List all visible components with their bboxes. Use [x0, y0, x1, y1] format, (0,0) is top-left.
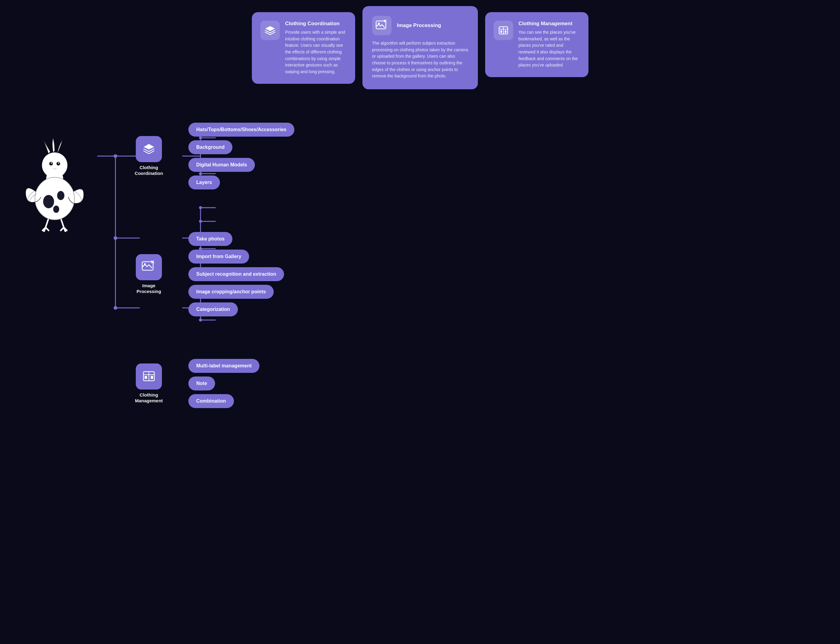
clothing-coordination-pills: Hats/Tops/Bottoms/Shoes/Accessories Back…	[188, 123, 294, 189]
pill-take-photos: Take photos	[188, 232, 232, 246]
card-image-processing-title: Image Processing	[397, 23, 441, 28]
pill-row-subject-recognition: Subject recognition and extraction	[188, 267, 284, 281]
closet-icon	[494, 21, 513, 40]
pill-row-import-gallery: Import from Gallery	[188, 250, 284, 264]
card-image-processing-top: Image Processing	[372, 16, 441, 35]
card-clothing-management-title: Clothing Management	[519, 21, 580, 27]
svg-point-6	[43, 195, 54, 208]
svg-rect-57	[145, 376, 147, 379]
pill-hats: Hats/Tops/Bottoms/Shoes/Accessories	[188, 123, 294, 136]
svg-rect-58	[151, 376, 153, 379]
pill-row-take-photos: Take photos	[188, 232, 284, 246]
image-processing-pills: Take photos Import from Gallery Subject …	[188, 232, 284, 316]
card-clothing-management: Clothing Management You can see the plac…	[485, 12, 588, 77]
image-processing-node-label: Image Processing	[137, 283, 161, 294]
svg-point-55	[144, 263, 146, 265]
pill-note: Note	[188, 376, 215, 391]
card-image-processing-desc: The algorithm will perform subject extra…	[372, 40, 468, 80]
svg-point-10	[42, 153, 68, 178]
svg-point-1	[378, 23, 380, 24]
svg-point-11	[49, 162, 53, 166]
svg-point-13	[51, 163, 52, 164]
svg-rect-3	[500, 30, 502, 33]
pill-row-layers: Layers	[188, 176, 294, 189]
card-clothing-coordination-title: Clothing Coordination	[285, 21, 347, 27]
pill-categorization: Categorization	[188, 302, 238, 316]
pill-row-digital-human: Digital Human Models	[188, 158, 294, 172]
pill-digital-human: Digital Human Models	[188, 158, 255, 172]
card-clothing-management-text: Clothing Management You can see the plac…	[519, 21, 580, 69]
mascot-figure	[15, 132, 94, 235]
pill-multi-label: Multi-label management	[188, 359, 259, 373]
layers-diagram-icon	[141, 141, 156, 157]
diagram-section: Clothing Coordination Hats/Tops/Bottoms/…	[0, 107, 840, 429]
clothing-management-node-label: Clothing Management	[135, 392, 163, 404]
clothing-management-icon-box	[136, 363, 162, 389]
card-clothing-coordination-desc: Provide users with a simple and intuitiv…	[285, 29, 347, 75]
rows-wrapper: Clothing Coordination Hats/Tops/Bottoms/…	[103, 113, 840, 417]
svg-point-14	[58, 163, 59, 164]
pill-subject-recognition: Subject recognition and extraction	[188, 267, 284, 281]
row-clothing-management: Clothing Management Multi-label manageme…	[103, 350, 840, 417]
pill-combination: Combination	[188, 394, 234, 408]
svg-rect-4	[505, 30, 506, 33]
pill-row-multi-label: Multi-label management	[188, 359, 259, 373]
card-clothing-management-desc: You can see the places you've bookmarked…	[519, 29, 580, 69]
clothing-coordination-node-label: Clothing Coordination	[135, 164, 163, 176]
svg-point-8	[53, 205, 59, 213]
pill-row-image-cropping: Image cropping/anchor points	[188, 285, 284, 299]
row-clothing-coordination: Clothing Coordination Hats/Tops/Bottoms/…	[103, 113, 840, 199]
tree-area: Clothing Coordination Hats/Tops/Bottoms/…	[97, 113, 840, 417]
top-cards-section: Clothing Coordination Provide users with…	[0, 0, 840, 107]
pill-row-background: Background	[188, 140, 294, 154]
clothing-management-node: Clothing Management	[128, 363, 170, 404]
pill-row-note: Note	[188, 376, 259, 391]
pill-background: Background	[188, 140, 232, 154]
mascot-area	[12, 132, 97, 235]
row-image-processing: Image Processing Take photos Import from…	[103, 223, 840, 325]
card-clothing-coordination: Clothing Coordination Provide users with…	[252, 12, 355, 84]
image-processing-node: Image Processing	[128, 254, 170, 294]
card-clothing-coordination-text: Clothing Coordination Provide users with…	[285, 21, 347, 75]
image-processing-icon	[372, 16, 392, 35]
image-diagram-icon	[141, 259, 157, 275]
closet-diagram-icon	[141, 369, 157, 384]
pill-image-cropping: Image cropping/anchor points	[188, 285, 274, 299]
pill-row-hats: Hats/Tops/Bottoms/Shoes/Accessories	[188, 123, 294, 136]
svg-point-12	[56, 162, 60, 166]
image-processing-icon-box	[136, 254, 162, 280]
pill-import-gallery: Import from Gallery	[188, 250, 249, 264]
clothing-coordination-node: Clothing Coordination	[128, 136, 170, 176]
pill-row-combination: Combination	[188, 394, 259, 408]
clothing-management-pills: Multi-label management Note Combination	[188, 359, 259, 408]
svg-point-7	[57, 191, 64, 200]
clothing-coordination-icon-box	[136, 136, 162, 162]
layers-icon	[260, 21, 280, 40]
card-image-processing: Image Processing The algorithm will perf…	[362, 6, 478, 89]
pill-layers: Layers	[188, 176, 220, 189]
pill-row-categorization: Categorization	[188, 302, 284, 316]
mascot-svg	[18, 135, 91, 232]
